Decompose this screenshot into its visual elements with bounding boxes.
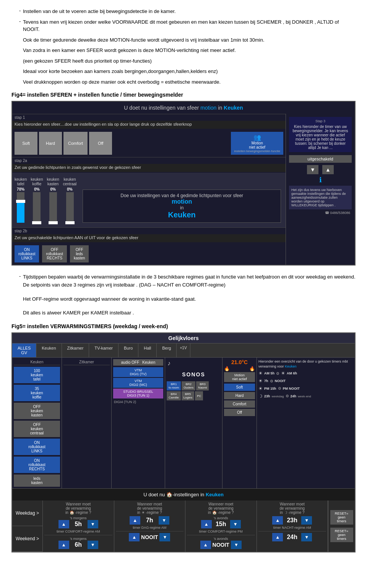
tab-buro[interactable]: Buro (119, 343, 138, 357)
weekdag-sub-label: weekdag (272, 394, 284, 398)
slider-track-1[interactable] (17, 192, 24, 223)
slider-keuken-koffie[interactable]: keukenkoffie 0% (31, 177, 43, 223)
switch-leds-kasten[interactable]: OFFledskasten (70, 245, 89, 262)
r4-we-value: 24h (284, 534, 300, 541)
sfeer-off-btn[interactable]: Off (89, 132, 112, 155)
br1-tv-room-btn[interactable]: BR1tv-room (167, 381, 181, 390)
br3-naomi-btn[interactable]: BR3Naomi (196, 381, 209, 390)
keuken-koffie-btn[interactable]: 35keukenkoffie (14, 385, 60, 401)
keuken-rolluik-rechts-btn[interactable]: ONrolluikkastRECHTS (14, 457, 60, 473)
r4-wd-arrow-down[interactable]: ▼ (301, 516, 312, 525)
r1-wd-sub: timer COMFORT-regime AM (44, 530, 112, 533)
r1-we-arrow-down[interactable]: ▼ (88, 541, 98, 549)
fig4-stap2b-text: Zet uw geschakelde lichtpunten AAN of UI… (12, 234, 286, 242)
paragraph-1: Instellen van de uit te voeren actie bij… (23, 8, 356, 15)
sun-icon-4: ☀ (258, 386, 263, 392)
r1-wd-arrow-down[interactable]: ▼ (88, 520, 98, 528)
r2-we-arrow-up[interactable]: ▲ (129, 533, 140, 541)
timer-arrow-down[interactable]: ▼ (307, 165, 318, 174)
fig5-motion-sfeer-col: 21.0°C 🔥 🔥 Motionniet actief Soft Hard C… (222, 358, 257, 488)
slider-track-2[interactable] (33, 192, 41, 223)
sfeer-comfort-btn[interactable]: Comfort (63, 132, 88, 155)
fig5-vtm-mc[interactable]: VTMDIGI2 (MC) (113, 378, 163, 388)
r1-we-time-row: ▲ 6h ▼ (44, 541, 112, 549)
fig5-audio-off: audio OFF Keuken (113, 359, 163, 366)
reset-timers-btn-2[interactable]: RESET=geentimers (330, 528, 353, 542)
paragraph-7: Veel drukknoppen worden op deze manier o… (23, 78, 356, 86)
sfeer-comfort-mini-btn[interactable]: Comfort (224, 400, 255, 408)
tab-alles-gv[interactable]: ALLESGV (12, 343, 36, 357)
br4-camille-btn[interactable]: BR4Camille (167, 391, 181, 400)
r4-we-arrow-down[interactable]: ▼ (301, 533, 312, 541)
keuken-tafel-btn[interactable]: 100keukentafel (14, 367, 60, 383)
tab-plus1v[interactable]: +1V (177, 343, 190, 357)
sfeer-off-mini-btn[interactable]: Off (224, 409, 255, 416)
keuken-kasten-btn[interactable]: OFFkeukenkasten (14, 403, 60, 419)
sfeer-soft-mini-btn[interactable]: Soft (224, 384, 255, 391)
r4-wd-time-row: ▲ 23h ▼ (258, 516, 326, 525)
tab-zitkamer[interactable]: Zitkamer (62, 343, 89, 357)
r2-wd-arrow-down[interactable]: ▼ (159, 516, 169, 525)
reset-timers-btn-1[interactable]: RESET=geentimers (330, 510, 353, 525)
gear-icon-1[interactable]: ⚙ (276, 371, 279, 376)
slider-keuken-kasten[interactable]: keukenkasten 0% (47, 177, 59, 223)
gear-icon-2[interactable]: ⚙ (270, 379, 273, 384)
r1-wd-arrow-up[interactable]: ▲ (58, 520, 69, 528)
fig5-flame-icons: 🔥 🔥 (224, 366, 255, 371)
r3-we-arrow-down[interactable]: ▼ (231, 541, 242, 549)
motion-btn[interactable]: 👥 Motionniet actief instellen bewegingsm… (231, 132, 283, 155)
slider-label-2: keukenkoffie (31, 177, 43, 186)
switch-rolluikkast-links[interactable]: ONrolluikkastLINKS (15, 245, 39, 262)
weekday-label-col: Weekdag > Weekend > (12, 501, 43, 552)
r3-we-arrow-up[interactable]: ▲ (200, 541, 211, 549)
timer-val-am6: AM 6h (287, 371, 297, 376)
keuken-rolluik-links-btn[interactable]: ONrolluikkastLINKS (14, 439, 60, 455)
sfeer-mini-btns: Soft Hard Comfort Off (224, 384, 255, 416)
slider-pct-1: 70% (17, 187, 24, 191)
r4-wd-arrow-up[interactable]: ▲ (272, 516, 283, 525)
sfeer-hard-mini-btn[interactable]: Hard (224, 392, 255, 399)
keuken-centraal-btn[interactable]: OFFkeukencentraal (14, 421, 60, 437)
br2-ouders-btn[interactable]: BR2Ouders (182, 381, 195, 390)
slider-track-4[interactable] (66, 192, 74, 223)
gear-icon-4[interactable]: ⚙ (286, 394, 289, 399)
switch-rolluikkast-rechts[interactable]: OFFrolluikkastRECHTS (42, 245, 67, 262)
fig5-vtm-tv[interactable]: VTMDIGI1 (TV) (113, 367, 163, 377)
r3-we-time-row: ▲ NOOIT ▼ (187, 541, 255, 549)
fig4-stap1-text: Kies hieronder een sfeer....doe uw inste… (12, 121, 286, 129)
r3-wd-arrow-up[interactable]: ▲ (201, 520, 212, 528)
slider-keuken-centraal[interactable]: keukencentraal 0% (63, 177, 77, 223)
fig5-bottom-header: U doet nu 🏠-instellingen in Keuken (12, 489, 355, 501)
r3-wd-time-row: ▲ 15h ▼ (187, 520, 255, 528)
fig5-studio[interactable]: STUDIO BRUSSELDIGI3 (TUN 1) (113, 389, 163, 398)
r4-we-arrow-up[interactable]: ▲ (272, 533, 283, 541)
sfeer-info-text: Doe uw instellingen van de 4 gedimde lic… (86, 193, 278, 198)
r1-wd-value: 5h (71, 521, 86, 528)
r2-we-value: NOOIT (141, 534, 158, 540)
timer-val-nooit1: NOOIT (275, 379, 286, 384)
regime-3-header: Wanneer moetde verwarmingin 🏠 -regime ? (187, 502, 255, 515)
timer-arrow-up[interactable]: ▲ (322, 165, 334, 174)
r3-we-label: 's avonds (187, 537, 255, 541)
sfeer-info-box: Doe uw instellingen van de 4 gedimde lic… (83, 190, 281, 223)
uitgeschakeld-btn[interactable]: uitgeschakeld (289, 155, 352, 163)
sfeer-hard-btn[interactable]: Hard (39, 132, 62, 155)
gear-icon-3[interactable]: ⚙ (278, 386, 281, 391)
r2-wd-arrow-up[interactable]: ▲ (130, 516, 140, 525)
br-pc-btn[interactable]: PC (195, 391, 203, 400)
r1-we-arrow-up[interactable]: ▲ (58, 541, 69, 549)
tab-hall[interactable]: Hall (138, 343, 157, 357)
tab-keuken[interactable]: Keuken (36, 343, 62, 357)
sfeer-soft-btn[interactable]: Soft (15, 132, 37, 155)
tab-berg[interactable]: Berg (157, 343, 177, 357)
tab-tvkamer[interactable]: TV-kamer (89, 343, 119, 357)
br5-logies-btn[interactable]: BR5Logies (182, 391, 195, 400)
separator-block: Tijdstippen bepalen waarbij de verwarmin… (11, 273, 356, 317)
keuken-leds-btn[interactable]: ledskasten (14, 475, 60, 487)
r3-wd-arrow-down[interactable]: ▼ (230, 520, 241, 528)
r3-wd-value: 15h (213, 521, 229, 528)
fig4-right-panel: Stap 3 Kies hieronder de timer van uw be… (286, 114, 355, 265)
slider-track-3[interactable] (49, 192, 57, 223)
slider-keuken-tafel[interactable]: keukentafel 70% (15, 177, 27, 223)
r2-we-arrow-down[interactable]: ▼ (159, 533, 170, 541)
